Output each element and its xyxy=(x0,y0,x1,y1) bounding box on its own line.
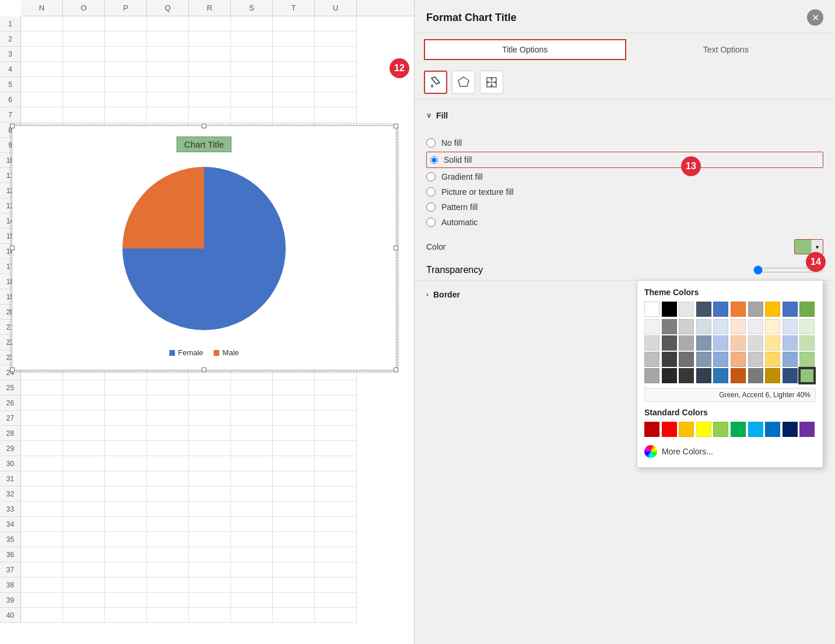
grid-cell[interactable] xyxy=(189,532,231,547)
grid-cell[interactable] xyxy=(63,47,105,62)
grid-cell[interactable] xyxy=(231,380,273,396)
gradient-fill-radio[interactable] xyxy=(426,172,436,181)
grid-cell[interactable] xyxy=(105,608,147,623)
shade-bl4b[interactable] xyxy=(783,368,798,383)
shade-lg2[interactable] xyxy=(679,335,694,351)
shade-dg2[interactable] xyxy=(696,335,711,351)
theme-color-black[interactable] xyxy=(662,302,677,317)
grid-cell[interactable] xyxy=(189,517,231,532)
shade-lg1[interactable] xyxy=(679,319,694,334)
grid-cell[interactable] xyxy=(105,411,147,426)
grid-cell[interactable] xyxy=(231,62,273,77)
grid-cell[interactable] xyxy=(21,62,63,77)
solid-fill-option-row[interactable]: Solid fill xyxy=(426,152,823,168)
grid-cell[interactable] xyxy=(105,92,147,107)
grid-cell[interactable] xyxy=(189,380,231,396)
std-sky[interactable] xyxy=(748,422,763,437)
border-icon-btn[interactable] xyxy=(452,71,475,94)
grid-cell[interactable] xyxy=(147,578,189,593)
grid-cell[interactable] xyxy=(147,62,189,77)
grid-cell[interactable] xyxy=(273,380,315,396)
theme-color-blue[interactable] xyxy=(713,302,728,317)
grid-cell[interactable] xyxy=(63,92,105,107)
grid-cell[interactable] xyxy=(63,32,105,47)
grid-cell[interactable] xyxy=(189,487,231,502)
grid-cell[interactable] xyxy=(273,62,315,77)
grid-cell[interactable] xyxy=(63,562,105,578)
picture-texture-option[interactable]: Picture or texture fill xyxy=(426,184,823,200)
std-red[interactable] xyxy=(662,422,677,437)
shade-bl2b[interactable] xyxy=(783,335,798,351)
chart-area[interactable]: Chart Title Female Male xyxy=(12,125,397,370)
grid-cell[interactable] xyxy=(105,517,147,532)
grid-cell[interactable] xyxy=(147,92,189,107)
grid-cell[interactable] xyxy=(21,77,63,92)
grid-cell[interactable] xyxy=(147,411,189,426)
handle-tl[interactable] xyxy=(10,124,15,128)
shade-bl1b[interactable] xyxy=(783,319,798,334)
pattern-fill-radio[interactable] xyxy=(426,202,436,212)
grid-cell[interactable] xyxy=(21,426,63,441)
shade-w3[interactable] xyxy=(644,352,659,367)
grid-cell[interactable] xyxy=(315,47,357,62)
grid-cell[interactable] xyxy=(273,47,315,62)
theme-color-green[interactable] xyxy=(799,302,815,317)
handle-ml[interactable] xyxy=(10,246,15,250)
grid-cell[interactable] xyxy=(189,396,231,411)
shade-bl1[interactable] xyxy=(713,319,728,334)
grid-cell[interactable] xyxy=(63,608,105,623)
grid-cell[interactable] xyxy=(231,471,273,487)
grid-cell[interactable] xyxy=(231,77,273,92)
theme-color-gray[interactable] xyxy=(748,302,763,317)
close-button[interactable]: ✕ xyxy=(807,9,823,26)
grid-cell[interactable] xyxy=(105,32,147,47)
grid-cell[interactable] xyxy=(315,562,357,578)
handle-br[interactable] xyxy=(394,368,398,372)
grid-cell[interactable] xyxy=(189,16,231,32)
grid-cell[interactable] xyxy=(273,92,315,107)
grid-cell[interactable] xyxy=(231,456,273,471)
grid-cell[interactable] xyxy=(273,77,315,92)
grid-cell[interactable] xyxy=(21,47,63,62)
grid-cell[interactable] xyxy=(147,16,189,32)
fill-section-header[interactable]: ∨ Fill xyxy=(426,106,823,125)
grid-cell[interactable] xyxy=(105,396,147,411)
grid-cell[interactable] xyxy=(63,411,105,426)
grid-cell[interactable] xyxy=(147,456,189,471)
grid-cell[interactable] xyxy=(105,16,147,32)
handle-mr[interactable] xyxy=(394,246,398,250)
std-yellow[interactable] xyxy=(696,422,711,437)
grid-cell[interactable] xyxy=(315,411,357,426)
grid-cell[interactable] xyxy=(231,411,273,426)
grid-cell[interactable] xyxy=(63,426,105,441)
grid-cell[interactable] xyxy=(315,426,357,441)
grid-cell[interactable] xyxy=(21,456,63,471)
no-fill-radio[interactable] xyxy=(426,138,436,148)
grid-cell[interactable] xyxy=(315,92,357,107)
grid-cell[interactable] xyxy=(315,517,357,532)
grid-cell[interactable] xyxy=(105,380,147,396)
shade-gn1[interactable] xyxy=(799,319,815,334)
grid-cell[interactable] xyxy=(273,16,315,32)
grid-cell[interactable] xyxy=(273,471,315,487)
grid-cell[interactable] xyxy=(273,487,315,502)
grid-cell[interactable] xyxy=(315,532,357,547)
grid-cell[interactable] xyxy=(147,517,189,532)
grid-cell[interactable] xyxy=(147,487,189,502)
grid-cell[interactable] xyxy=(63,517,105,532)
shade-lg4[interactable] xyxy=(679,368,694,383)
grid-cell[interactable] xyxy=(315,441,357,456)
theme-color-orange[interactable] xyxy=(731,302,746,317)
shade-gn3[interactable] xyxy=(799,352,815,367)
handle-tc[interactable] xyxy=(202,124,206,128)
gradient-fill-option[interactable]: Gradient fill xyxy=(426,169,823,184)
grid-cell[interactable] xyxy=(105,578,147,593)
grid-cell[interactable] xyxy=(231,47,273,62)
grid-cell[interactable] xyxy=(315,487,357,502)
std-darkblue[interactable] xyxy=(783,422,798,437)
grid-cell[interactable] xyxy=(273,608,315,623)
grid-cell[interactable] xyxy=(273,396,315,411)
grid-cell[interactable] xyxy=(189,578,231,593)
grid-cell[interactable] xyxy=(315,16,357,32)
grid-cell[interactable] xyxy=(21,562,63,578)
